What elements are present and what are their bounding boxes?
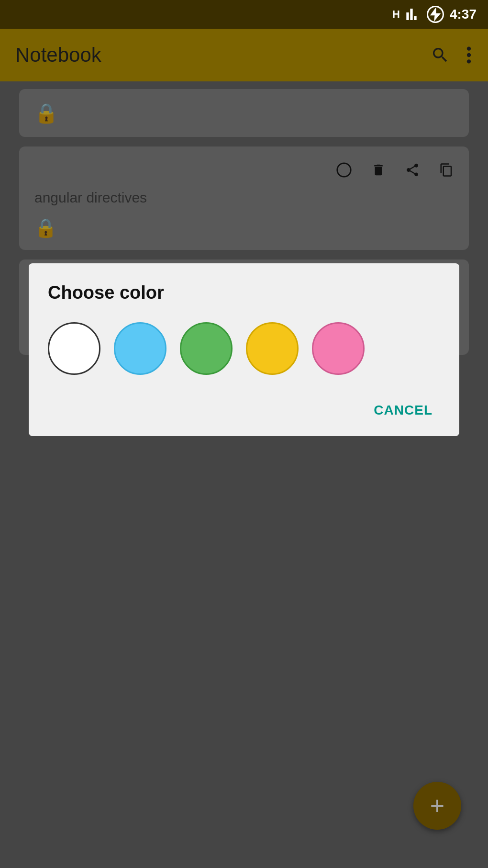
app-title: Notebook	[15, 44, 101, 67]
dialog-actions: CANCEL	[48, 399, 440, 422]
signal-icon	[406, 7, 421, 22]
dialog-title: Choose color	[48, 282, 440, 303]
color-option-white[interactable]	[48, 322, 100, 375]
cancel-button[interactable]: CANCEL	[366, 399, 440, 422]
status-icons: H 4:37	[392, 6, 477, 23]
search-button[interactable]	[431, 45, 450, 65]
svg-point-2	[467, 53, 471, 57]
color-option-green[interactable]	[180, 322, 233, 375]
more-icon	[465, 45, 473, 65]
svg-point-1	[467, 47, 471, 51]
network-h-icon: H	[392, 8, 400, 21]
choose-color-dialog: Choose color CANCEL	[29, 263, 459, 436]
app-bar: Notebook	[0, 29, 488, 81]
status-bar: H 4:37	[0, 0, 488, 29]
color-option-pink[interactable]	[312, 322, 365, 375]
app-bar-actions	[431, 45, 473, 65]
color-option-blue[interactable]	[114, 322, 166, 375]
flash-icon	[427, 6, 444, 23]
color-options	[48, 322, 440, 375]
content-area: 🔒 a	[0, 81, 488, 868]
more-options-button[interactable]	[465, 45, 473, 65]
dialog-overlay[interactable]	[0, 81, 488, 868]
status-time: 4:37	[450, 7, 477, 22]
search-icon	[431, 45, 450, 65]
color-option-yellow[interactable]	[246, 322, 299, 375]
svg-point-3	[467, 59, 471, 63]
